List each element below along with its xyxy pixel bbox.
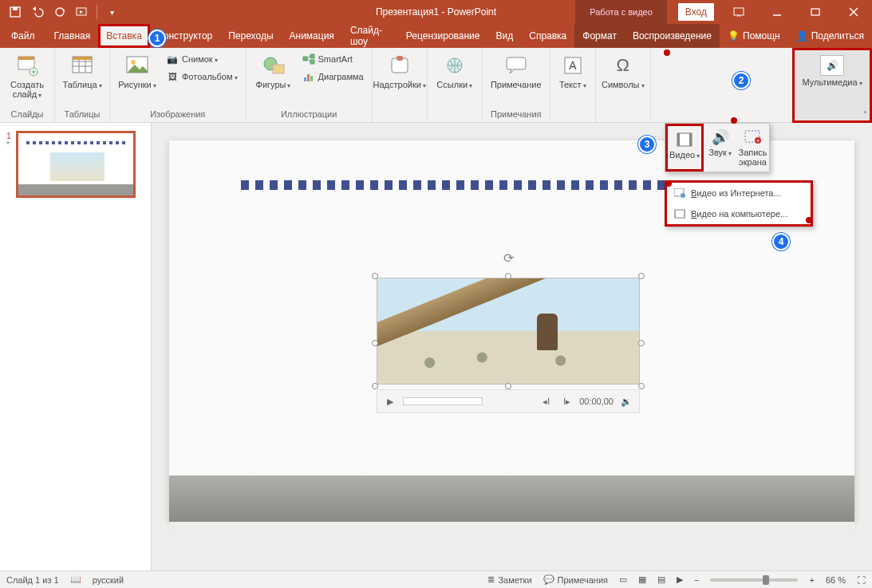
quick-access-toolbar: ▾ <box>0 2 122 22</box>
resize-handle[interactable] <box>638 340 645 346</box>
tell-me-label: Помощн <box>743 30 780 41</box>
media-audio-button[interactable]: 🔊 Звук <box>704 124 736 172</box>
step-forward-icon[interactable]: Ⅰ▸ <box>558 397 574 407</box>
below-slide-area <box>169 522 854 570</box>
svg-rect-29 <box>304 77 306 81</box>
svg-rect-1 <box>13 7 18 10</box>
table-button[interactable]: Таблица <box>60 51 105 91</box>
qat-customize-icon[interactable]: ▾ <box>101 2 122 22</box>
video-frame[interactable] <box>377 278 640 385</box>
addins-button[interactable]: Надстройки <box>377 51 422 91</box>
play-icon[interactable]: ▶ <box>382 397 398 407</box>
tab-home[interactable]: Главная <box>46 24 99 48</box>
group-illustrations-label: Иллюстрации <box>251 109 367 120</box>
media-video-button[interactable]: Видео <box>665 124 704 172</box>
comment-icon <box>503 53 529 78</box>
undo-icon[interactable] <box>27 2 48 22</box>
save-icon[interactable] <box>5 2 26 22</box>
zoom-in-icon[interactable]: + <box>809 575 814 585</box>
tab-animation[interactable]: Анимация <box>282 24 342 48</box>
screenshot-button[interactable]: 📷Снимок <box>163 51 241 67</box>
resize-handle[interactable] <box>638 273 645 279</box>
comments-toggle[interactable]: 💬Примечания <box>543 574 609 585</box>
photo-album-button[interactable]: 🖼Фотоальбом <box>163 69 241 85</box>
chart-button[interactable]: Диаграмма <box>299 69 367 85</box>
smartart-button[interactable]: SmartArt <box>299 51 367 67</box>
maximize-icon[interactable] <box>797 0 834 24</box>
resize-handle[interactable] <box>372 340 378 346</box>
media-audio-label: Звук <box>708 148 732 157</box>
tab-file[interactable]: Файл <box>0 24 46 48</box>
ribbon-display-options-icon[interactable] <box>720 0 757 24</box>
video-online-item[interactable]: Видео из Интернета... <box>667 183 811 203</box>
media-button[interactable]: 🔊 Мультимедиа <box>801 53 863 89</box>
tab-playback[interactable]: Воспроизведение <box>625 24 720 48</box>
rotate-handle-icon[interactable]: ⟳ <box>503 251 514 266</box>
svg-point-45 <box>681 193 685 198</box>
text-box-icon: A <box>560 53 586 78</box>
svg-rect-19 <box>73 57 92 60</box>
view-normal-icon[interactable]: ▭ <box>619 574 627 585</box>
chart-icon <box>302 70 315 83</box>
svg-rect-30 <box>307 74 310 81</box>
svg-rect-33 <box>397 56 403 61</box>
video-file-item[interactable]: Видео на компьютере... <box>667 203 811 224</box>
close-icon[interactable] <box>835 0 872 24</box>
tab-help[interactable]: Справка <box>521 24 574 48</box>
comment-button[interactable]: Примечание <box>487 51 545 89</box>
screenshot-icon: 📷 <box>166 53 179 65</box>
view-sorter-icon[interactable]: ▦ <box>638 574 646 585</box>
sign-in-button[interactable]: Вход <box>678 3 714 21</box>
view-reading-icon[interactable]: ▤ <box>657 574 665 585</box>
tab-format[interactable]: Формат <box>574 24 625 48</box>
new-slide-button[interactable]: Создать слайд <box>5 51 49 101</box>
zoom-slider[interactable] <box>710 578 798 582</box>
zoom-percent[interactable]: 66 % <box>826 575 846 585</box>
volume-icon[interactable]: 🔉 <box>618 397 634 407</box>
status-language[interactable]: русский <box>93 575 124 585</box>
step-back-icon[interactable]: ◂Ⅰ <box>538 397 554 407</box>
tab-view[interactable]: Вид <box>488 24 522 48</box>
view-slideshow-icon[interactable]: ▶ <box>677 574 683 585</box>
links-button[interactable]: Ссылки <box>432 51 477 91</box>
tab-review[interactable]: Рецензирование <box>398 24 488 48</box>
speaker-icon: 🔊 <box>820 55 844 76</box>
resize-handle[interactable] <box>372 383 378 389</box>
svg-rect-24 <box>303 57 307 61</box>
shapes-button[interactable]: Фигуры <box>251 51 296 91</box>
resize-handle[interactable] <box>505 383 511 389</box>
share-button[interactable]: 👤Поделиться <box>788 24 872 48</box>
video-object-selection[interactable]: ⟳ ▶ ◂Ⅰ Ⅰ▸ <box>372 273 645 413</box>
tab-insert[interactable]: Вставка <box>98 24 150 48</box>
symbols-button[interactable]: Ω Символы <box>601 51 645 91</box>
video-online-icon <box>673 187 686 199</box>
video-file-label: Видео на компьютере... <box>691 209 787 219</box>
tell-me-button[interactable]: 💡Помощн <box>720 24 788 48</box>
slide-thumbnails-panel[interactable]: 1 * <box>0 123 152 570</box>
status-slide-counter[interactable]: Слайд 1 из 1 <box>6 575 59 585</box>
minimize-icon[interactable] <box>759 0 795 24</box>
svg-rect-35 <box>507 57 526 69</box>
slide-thumbnail-1[interactable] <box>16 131 136 198</box>
svg-rect-6 <box>811 9 819 15</box>
fit-to-window-icon[interactable]: ⛶ <box>857 575 866 585</box>
resize-handle[interactable] <box>372 273 378 279</box>
redo-icon[interactable] <box>49 2 70 22</box>
tab-transitions[interactable]: Переходы <box>220 24 281 48</box>
resize-handle[interactable] <box>505 273 511 279</box>
notes-toggle[interactable]: ≣Заметки <box>487 574 531 585</box>
smartart-label: SmartArt <box>318 54 353 64</box>
collapse-ribbon-icon[interactable]: ˄ <box>863 110 867 119</box>
svg-rect-47 <box>674 210 676 218</box>
svg-rect-31 <box>310 76 313 81</box>
media-screenrec-button[interactable]: + Запись экрана <box>736 124 769 172</box>
pictures-icon <box>124 53 150 78</box>
status-spellcheck[interactable]: 📖 <box>70 574 81 585</box>
zoom-out-icon[interactable]: − <box>694 575 699 585</box>
tab-slideshow[interactable]: Слайд-шоу <box>342 24 398 48</box>
resize-handle[interactable] <box>638 383 645 389</box>
pictures-button[interactable]: Рисунки <box>115 51 160 91</box>
seek-track[interactable] <box>403 397 483 405</box>
text-button[interactable]: A Текст <box>555 51 590 91</box>
start-from-beginning-icon[interactable] <box>72 2 93 22</box>
